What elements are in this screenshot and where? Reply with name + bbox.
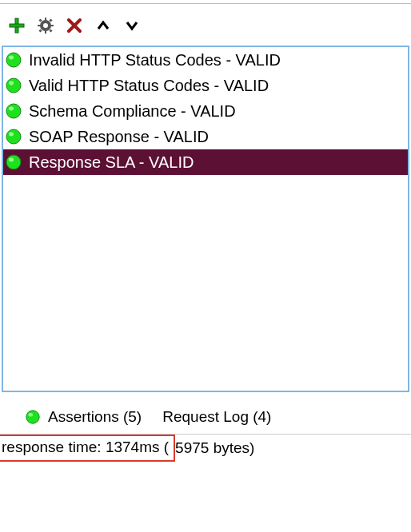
- svg-point-3: [43, 23, 48, 28]
- assertion-label: Response SLA - VALID: [29, 153, 194, 172]
- configure-button[interactable]: [37, 17, 54, 34]
- svg-rect-1: [10, 24, 24, 27]
- svg-point-17: [9, 81, 14, 85]
- status-valid-icon: [5, 102, 22, 120]
- move-up-button[interactable]: [94, 17, 112, 34]
- assertion-label: Invalid HTTP Status Codes - VALID: [29, 51, 281, 69]
- svg-point-18: [6, 104, 21, 118]
- assertion-toolbar: [0, 4, 411, 46]
- status-valid-icon: [5, 77, 22, 94]
- tab-request-log-label: Request Log (4): [162, 408, 271, 426]
- remove-button[interactable]: [66, 17, 83, 34]
- assertions-list: Invalid HTTP Status Codes - VALID Valid …: [2, 46, 409, 392]
- assertion-row[interactable]: Valid HTTP Status Codes - VALID: [3, 73, 408, 98]
- svg-point-14: [6, 53, 21, 67]
- svg-rect-4: [45, 18, 46, 21]
- assertion-row[interactable]: Schema Compliance - VALID: [3, 98, 408, 124]
- status-bar: response time: 1374ms ( 5975 bytes): [0, 434, 411, 461]
- svg-rect-9: [49, 18, 52, 22]
- response-time-highlight: response time: 1374ms (: [0, 435, 175, 462]
- assertion-label: Valid HTTP Status Codes - VALID: [29, 77, 269, 95]
- tab-assertions-label: Assertions (5): [48, 408, 142, 426]
- bottom-tabs: Assertions (5) Request Log (4): [0, 392, 411, 434]
- svg-rect-5: [45, 30, 46, 34]
- x-icon: [67, 18, 82, 33]
- status-valid-icon: [5, 51, 22, 69]
- svg-point-25: [29, 413, 33, 416]
- svg-rect-8: [38, 18, 42, 22]
- svg-point-20: [6, 129, 21, 144]
- chevron-up-icon: [97, 20, 110, 31]
- svg-point-16: [6, 78, 21, 93]
- svg-rect-6: [38, 25, 41, 26]
- assertion-label: Schema Compliance - VALID: [29, 102, 236, 121]
- svg-rect-7: [50, 25, 54, 26]
- gear-icon: [38, 18, 54, 34]
- response-time-text: response time: 1374ms (: [2, 439, 169, 456]
- plus-icon: [9, 18, 25, 34]
- svg-rect-11: [49, 29, 52, 32]
- tab-assertions[interactable]: Assertions (5): [24, 408, 142, 426]
- tab-request-log[interactable]: Request Log (4): [162, 408, 271, 426]
- svg-point-15: [9, 56, 14, 60]
- svg-point-23: [9, 158, 14, 162]
- add-button[interactable]: [8, 17, 26, 34]
- assertion-row[interactable]: Invalid HTTP Status Codes - VALID: [3, 47, 408, 73]
- svg-rect-10: [38, 29, 42, 32]
- svg-point-19: [9, 107, 14, 111]
- svg-point-22: [6, 155, 21, 169]
- move-down-button[interactable]: [123, 17, 141, 34]
- status-valid-icon: [5, 153, 22, 171]
- svg-point-21: [9, 133, 14, 137]
- response-bytes-text: 5975 bytes): [175, 439, 254, 457]
- assertion-row[interactable]: SOAP Response - VALID: [3, 124, 408, 149]
- chevron-down-icon: [126, 20, 138, 31]
- assertion-row[interactable]: Response SLA - VALID: [3, 149, 408, 175]
- status-valid-icon: [24, 408, 42, 426]
- assertion-label: SOAP Response - VALID: [29, 128, 209, 146]
- status-valid-icon: [5, 128, 22, 145]
- svg-point-24: [26, 411, 39, 423]
